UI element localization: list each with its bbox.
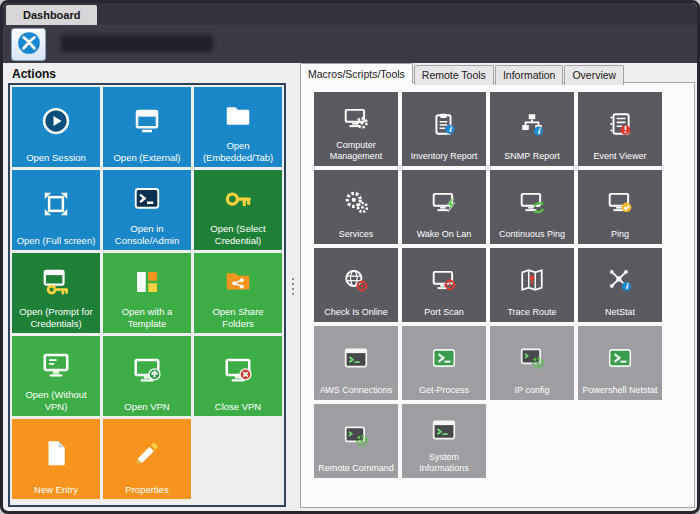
- tile-label: Open (Without VPN): [15, 389, 97, 412]
- monitor-target-icon: [431, 252, 457, 307]
- action-tile-open-embedded-tab[interactable]: Open (Embedded/Tab): [194, 87, 282, 167]
- tile-label: Open (Prompt for Credentials): [15, 306, 97, 329]
- tile-label: Open (External): [113, 152, 180, 163]
- tab-macros-scripts-tools[interactable]: Macros/Scripts/Tools: [300, 63, 413, 83]
- monitor-check-icon: [607, 174, 633, 229]
- tile-label: Event Viewer: [594, 151, 647, 162]
- tile-label: Ping: [611, 229, 629, 240]
- tab-dashboard[interactable]: Dashboard: [6, 5, 97, 25]
- pencil-icon: [132, 423, 162, 484]
- tile-label: Open (Full screen): [17, 235, 96, 246]
- tile-label: Close VPN: [215, 401, 261, 412]
- action-tile-open-in-console-admin[interactable]: Open in Console/Admin: [103, 170, 191, 250]
- tile-label: Get-Process: [419, 385, 469, 396]
- tile-label: AWS Connections: [320, 385, 393, 396]
- tool-tile-computer-management[interactable]: Computer Management: [314, 92, 398, 166]
- tab-dashboard-label: Dashboard: [23, 9, 80, 21]
- actions-grid: Open SessionOpen (External)Open (Embedde…: [12, 87, 282, 499]
- powershell-icon: [607, 330, 633, 385]
- globe-target-icon: [343, 252, 369, 307]
- tool-tile-system-informations[interactable]: System Informations: [402, 404, 486, 478]
- titlebar: Dashboard: [3, 3, 697, 25]
- tool-tile-port-scan[interactable]: Port Scan: [402, 248, 486, 322]
- tile-label: Open (Select Credential): [197, 223, 279, 246]
- app-window: Dashboard Actions Open SessionOpen (Exte…: [0, 0, 700, 514]
- tab-information[interactable]: Information: [495, 65, 564, 85]
- app-logo-icon: [16, 30, 42, 60]
- panel-splitter[interactable]: [288, 63, 298, 509]
- monitor-bolt-icon: [431, 174, 457, 229]
- monitor-vpn-open-icon: [132, 340, 162, 401]
- tile-label: Open in Console/Admin: [106, 223, 188, 246]
- tool-tile-inventory-report[interactable]: iInventory Report: [402, 92, 486, 166]
- tool-tile-ping[interactable]: Ping: [578, 170, 662, 244]
- tile-label: New Entry: [34, 484, 78, 495]
- tile-label: Inventory Report: [411, 151, 478, 162]
- tab-remote-tools[interactable]: Remote Tools: [414, 65, 494, 85]
- tile-label: Remote Command: [318, 463, 394, 474]
- action-tile-new-entry[interactable]: New Entry: [12, 419, 100, 499]
- tool-tile-trace-route[interactable]: Trace Route: [490, 248, 574, 322]
- terminal-gear-icon: [343, 408, 369, 463]
- tile-label: Properties: [125, 484, 168, 495]
- tool-tile-event-viewer[interactable]: !Event Viewer: [578, 92, 662, 166]
- tool-tile-snmp-report[interactable]: iSNMP Report: [490, 92, 574, 166]
- key-icon: [223, 174, 253, 223]
- tool-tile-aws-connections[interactable]: AWS Connections: [314, 326, 398, 400]
- tool-tile-wake-on-lan[interactable]: Wake On Lan: [402, 170, 486, 244]
- action-tile-open-without-vpn[interactable]: Open (Without VPN): [12, 336, 100, 416]
- tool-tile-remote-command[interactable]: Remote Command: [314, 404, 398, 478]
- action-tile-open-prompt-for-credentials[interactable]: Open (Prompt for Credentials): [12, 253, 100, 333]
- tool-tile-powershell-netstat[interactable]: Powershell Netstat: [578, 326, 662, 400]
- action-tile-close-vpn[interactable]: Close VPN: [194, 336, 282, 416]
- tile-label: Open VPN: [124, 401, 169, 412]
- tile-label: SNMP Report: [504, 151, 559, 162]
- tile-label: Wake On Lan: [417, 229, 472, 240]
- monitor-refresh-icon: [519, 174, 545, 229]
- tool-tile-netstat[interactable]: iNetStat: [578, 248, 662, 322]
- action-tile-open-with-a-template[interactable]: Open with a Template: [103, 253, 191, 333]
- computer-gear-icon: [343, 96, 369, 140]
- tile-label: Check Is Online: [324, 307, 388, 318]
- tool-tile-check-is-online[interactable]: Check Is Online: [314, 248, 398, 322]
- tile-label: System Informations: [405, 452, 483, 474]
- tool-tile-ip-config[interactable]: IP config: [490, 326, 574, 400]
- app-logo: [11, 28, 46, 61]
- tile-label: Services: [339, 229, 374, 240]
- map-pin-icon: [519, 252, 545, 307]
- tile-label: IP config: [515, 385, 550, 396]
- tool-tile-continuous-ping[interactable]: Continuous Ping: [490, 170, 574, 244]
- action-tile-open-vpn[interactable]: Open VPN: [103, 336, 191, 416]
- action-tile-properties[interactable]: Properties: [103, 419, 191, 499]
- tool-tile-services[interactable]: Services: [314, 170, 398, 244]
- action-tile-open-share-folders[interactable]: Open Share Folders: [194, 253, 282, 333]
- terminal-gear-icon: [519, 330, 545, 385]
- tools-grid: Computer ManagementiInventory ReportiSNM…: [314, 92, 662, 478]
- gears-icon: [343, 174, 369, 229]
- powershell-icon: [431, 330, 457, 385]
- fullscreen-icon: [41, 174, 71, 235]
- template-icon: [132, 257, 162, 306]
- console-icon: [132, 174, 162, 223]
- action-tile-open-select-credential[interactable]: Open (Select Credential): [194, 170, 282, 250]
- folder-icon: [223, 91, 253, 140]
- window-key-icon: [41, 257, 71, 306]
- tile-label: Continuous Ping: [499, 229, 565, 240]
- action-tile-open-full-screen[interactable]: Open (Full screen): [12, 170, 100, 250]
- tile-label: Powershell Netstat: [582, 385, 657, 396]
- tile-label: Open (Embedded/Tab): [197, 140, 279, 163]
- tool-tile-get-process[interactable]: Get-Process: [402, 326, 486, 400]
- tile-label: Open with a Template: [106, 306, 188, 329]
- action-tile-open-session[interactable]: Open Session: [12, 87, 100, 167]
- action-tile-open-external[interactable]: Open (External): [103, 87, 191, 167]
- tab-overview[interactable]: Overview: [564, 65, 624, 85]
- tile-label: Open Share Folders: [197, 306, 279, 329]
- terminal-icon: [431, 408, 457, 452]
- tools-tab-strip: Macros/Scripts/Tools Remote Tools Inform…: [300, 63, 625, 83]
- tile-label: Port Scan: [424, 307, 464, 318]
- network-info-icon: i: [519, 96, 545, 151]
- network-stat-icon: i: [607, 252, 633, 307]
- monitor-novpn-icon: [41, 340, 71, 389]
- tile-label: Open Session: [26, 152, 86, 163]
- tile-label: NetStat: [605, 307, 635, 318]
